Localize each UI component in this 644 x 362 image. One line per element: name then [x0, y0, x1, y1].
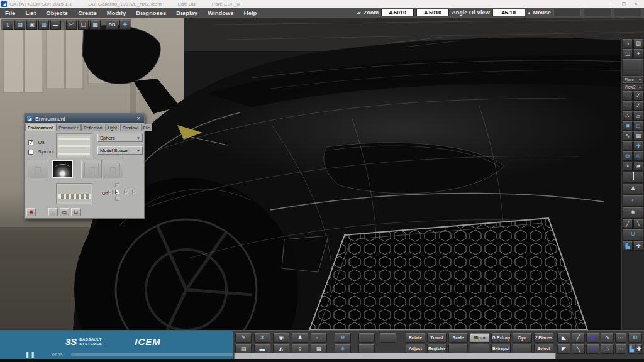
snapshot-camera-icon[interactable]: ◉	[623, 207, 643, 219]
curve-points-icon[interactable]: ∴	[623, 111, 633, 121]
cancel-button[interactable]: ✖	[26, 208, 36, 216]
view-dropdown[interactable]: View2▼	[623, 84, 643, 90]
mouse-field-1[interactable]	[553, 9, 581, 16]
add-icon[interactable]: ✚	[633, 141, 643, 151]
add-button[interactable]: ✚	[119, 20, 130, 30]
flag-white-a-icon[interactable]: ◣	[557, 333, 570, 343]
direction-right-checkbox[interactable]: ✓	[124, 190, 128, 194]
adjust-button[interactable]: Adjust	[406, 344, 425, 353]
shaded-view-icon[interactable]: ◑	[623, 39, 633, 48]
menu-diagnoses[interactable]: Diagnoses	[131, 9, 171, 16]
minimize-button[interactable]: –	[610, 1, 613, 7]
zoom-value-2-field[interactable]	[416, 9, 449, 16]
axis-x-icon[interactable]: ∠	[633, 91, 643, 101]
render-globe-icon[interactable]	[623, 59, 643, 75]
network-icon[interactable]: ✳	[254, 333, 270, 343]
surface-patch-icon[interactable]: ▱	[633, 111, 643, 121]
tab-file[interactable]: File	[141, 124, 153, 131]
crosshair-icon[interactable]: ✚	[633, 241, 643, 251]
save-icon[interactable]: ▣	[26, 20, 37, 30]
direction-left-checkbox[interactable]: ✓	[108, 190, 113, 194]
on-checkbox[interactable]: ✓	[28, 140, 33, 145]
pick-b-icon[interactable]: ╲	[633, 219, 643, 229]
apply-save-button[interactable]: ⊟	[71, 208, 80, 216]
monitor-icon[interactable]: ▭	[311, 333, 327, 343]
menu-help[interactable]: Help	[239, 9, 262, 16]
direction-far-checkbox[interactable]: ✓	[132, 190, 136, 194]
cut-icon[interactable]: ✂	[66, 20, 77, 30]
angle-of-view-field[interactable]	[492, 9, 525, 16]
two-planes-button[interactable]: 2 Planes	[534, 333, 553, 343]
mannequin-icon[interactable]: ♟	[623, 184, 643, 195]
pick-a-icon[interactable]: ╱	[623, 219, 633, 229]
close-button[interactable]: ×	[635, 1, 638, 7]
target-blue-icon[interactable]: ◎	[586, 344, 599, 354]
dialog-close-icon[interactable]: ×	[135, 115, 142, 122]
rotate-button[interactable]: Rotate	[406, 333, 425, 343]
viewport-frame-icon[interactable]	[623, 172, 643, 183]
env-map-4-button[interactable]: ◱	[103, 160, 123, 178]
axis-l-icon[interactable]: ∟	[623, 101, 633, 111]
blank-button[interactable]	[513, 344, 532, 353]
points-c-icon[interactable]: ⋯	[615, 344, 626, 354]
mouse-field-3[interactable]	[614, 9, 641, 16]
axis-y-icon[interactable]: ∠	[633, 101, 643, 111]
mouse-field-2[interactable]	[584, 9, 611, 16]
remove-icon[interactable]: −	[623, 141, 633, 151]
scan-curve-icon[interactable]: ∿	[623, 131, 633, 141]
env-map-2-button[interactable]	[52, 160, 73, 178]
sphere-a-icon[interactable]: ◍	[623, 151, 633, 161]
select-button[interactable]: Select	[534, 344, 553, 353]
direction-bottom-checkbox[interactable]: ✓	[115, 197, 119, 201]
eye-icon[interactable]: ◉	[273, 333, 289, 343]
dyn-button[interactable]: Dyn	[513, 333, 532, 343]
flag-white-b-icon[interactable]: ◤	[557, 344, 570, 354]
u-tool-icon[interactable]: U	[623, 229, 643, 241]
sphere-dropdown[interactable]: Sphere▼	[97, 134, 143, 142]
scale-button[interactable]: Scale	[448, 333, 468, 343]
db-button[interactable]: DB	[106, 20, 118, 30]
bar-tool-icon[interactable]: ▰	[633, 162, 643, 171]
direction-main-checkbox[interactable]: ✓	[115, 190, 119, 194]
doc-blue-icon[interactable]: ▙	[628, 344, 635, 354]
menu-list[interactable]: List	[20, 9, 41, 16]
tab-parameter[interactable]: Parameter	[56, 124, 80, 131]
transl-button[interactable]: Transl	[427, 333, 447, 343]
maximize-button[interactable]: □	[622, 1, 625, 7]
axis-z-icon[interactable]: ∟	[623, 91, 633, 101]
mirror-button[interactable]: Mirror	[470, 333, 489, 343]
snapshot-button[interactable]: ▭	[60, 208, 69, 216]
menu-file[interactable]: File	[0, 9, 20, 16]
mesh-icon[interactable]: ▦	[633, 131, 643, 141]
points-a-icon[interactable]: ⋯	[615, 333, 626, 343]
blank-button[interactable]	[448, 344, 468, 353]
symbol-checkbox[interactable]	[28, 150, 33, 155]
globe-2-icon[interactable]: ◐	[623, 195, 643, 207]
u-tool-icon[interactable]: U	[628, 333, 642, 343]
zoom-value-1-field[interactable]	[381, 9, 414, 16]
doc-blue-icon[interactable]: ▙	[623, 241, 633, 251]
pause-button[interactable]: ❚❚	[25, 351, 36, 358]
menu-windows[interactable]: Windows	[203, 9, 239, 16]
curve-b-icon[interactable]: ∿	[601, 333, 614, 343]
flare-dropdown[interactable]: Flare▼	[623, 76, 643, 83]
gextrap-button[interactable]: G:Extrap	[491, 333, 511, 343]
blank-button[interactable]	[470, 344, 489, 353]
menu-display[interactable]: Display	[171, 9, 203, 16]
light-icon[interactable]: ✦	[633, 49, 643, 58]
cube-view-icon[interactable]: ◫	[623, 49, 633, 58]
sphere-b-icon[interactable]: ◎	[633, 151, 643, 161]
freeze-icon[interactable]: ❄	[335, 333, 351, 343]
export-icon[interactable]: ▬	[50, 20, 61, 30]
dot-tool-icon[interactable]: ▪	[623, 162, 633, 171]
menu-modify[interactable]: Modify	[102, 9, 131, 16]
material-icon[interactable]: ▧	[633, 39, 643, 48]
white-box-icon[interactable]: □	[633, 121, 643, 131]
env-map-1-button[interactable]: ◱	[28, 160, 48, 178]
points-b-icon[interactable]: ∴	[601, 344, 614, 354]
open-folder-icon[interactable]: ▤	[14, 20, 25, 30]
blank-button[interactable]	[380, 333, 396, 343]
surface-pen-icon[interactable]: ✎	[235, 333, 252, 343]
curve-c-icon[interactable]: ╲	[572, 344, 585, 354]
tab-light[interactable]: Light	[105, 124, 119, 131]
